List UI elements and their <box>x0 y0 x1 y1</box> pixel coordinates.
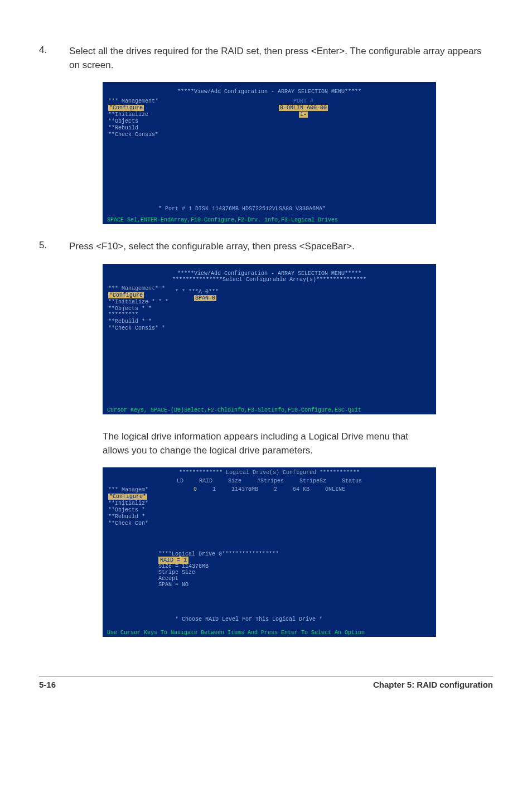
dat-ld: 0 <box>194 486 197 492</box>
dat-stripes: 2 <box>274 486 277 492</box>
s3-rebuild: **Rebuild * <box>108 514 148 520</box>
step4-number: 4. <box>39 45 69 72</box>
s1-title: *****View/Add Configuration - ARRAY SELE… <box>103 82 436 95</box>
follow-text: The logical drive information appears in… <box>103 430 436 457</box>
s2-hint: Cursor Keys, SPACE-(De)Select,F2-ChldInf… <box>107 407 361 413</box>
s3-header: ************* Logical Drive(s) Configure… <box>103 467 436 476</box>
col-raid: RAID <box>199 478 212 484</box>
bios-screenshot-3: ************* Logical Drive(s) Configure… <box>103 467 436 637</box>
footer-page-number: 5-16 <box>39 680 56 689</box>
s1-disk-text: * Port # 1 DISK 114376MB HDS722512VLSA80… <box>158 206 326 212</box>
s2-initialize: **Initialize * * * <box>108 299 171 305</box>
s3-columns: LD RAID Size #Stripes StripeSz Status <box>103 478 436 484</box>
col-size: Size <box>228 478 241 484</box>
s3-choose: * Choose RAID Level For This Logical Dri… <box>175 616 322 622</box>
s2-span0: SPAN-0 <box>194 295 216 301</box>
s2-check: **Check Consis* * <box>108 325 171 331</box>
bios-screenshot-1: *****View/Add Configuration - ARRAY SELE… <box>103 82 436 224</box>
s1-management: *** Management* <box>108 98 171 104</box>
col-ld: LD <box>177 478 183 484</box>
page-footer: 5-16 Chapter 5: RAID configuration <box>39 676 493 689</box>
s3-span-line: SPAN = NO <box>158 582 279 588</box>
s1-hint: SPACE-Sel,ENTER-EndArray,F10-Configure,F… <box>107 217 338 223</box>
s1-objects: **Objects <box>108 118 171 124</box>
col-stripes: #Stripes <box>257 478 284 484</box>
s2-management: *** Management* * <box>108 286 171 292</box>
dat-stripesz: 64 KB <box>293 486 309 492</box>
s2-title1: *****View/Add Configuration - ARRAY SELE… <box>103 264 436 277</box>
s3-size-line: Size = 114376MB <box>158 563 279 569</box>
s1-port-title: PORT # <box>248 98 359 104</box>
s2-menu: *** Management* * *Configure **Initializ… <box>108 285 171 332</box>
s3-accept-line: Accept <box>158 576 279 582</box>
s3-objects: **Objects * <box>108 507 148 513</box>
step5-number: 5. <box>39 240 69 254</box>
s1-rebuild: **Rebuild <box>108 125 171 131</box>
s3-logical-drive-box: ****Logical Drive 0***************** RAI… <box>158 551 279 588</box>
s3-menu: *** Managem* *Configure* **Initializ* **… <box>108 486 148 527</box>
s1-port-row1: 0-ONLIN A00-00 <box>279 105 328 111</box>
step5-text: Press <F10>, select the configurable arr… <box>69 240 493 254</box>
s2-title2: ***************Select Configurable Array… <box>103 277 436 283</box>
s2-a0: * * ***A-0*** <box>175 289 219 295</box>
s3-hint: Use Cursor Keys To Navigate Between Item… <box>107 630 365 636</box>
s3-check: **Check Con* <box>108 520 148 526</box>
s1-check: **Check Consis* <box>108 132 171 138</box>
dat-raid: 1 <box>212 486 216 492</box>
s2-rebuild: **Rebuild * * <box>108 318 171 325</box>
s2-objects: **Objects * * ********* <box>108 306 171 318</box>
col-stripesz: StripeSz <box>299 478 326 484</box>
s1-initialize: **Initialize <box>108 112 171 118</box>
s1-port-row2: 1- <box>299 112 308 118</box>
dat-status: ONLINE <box>325 486 345 492</box>
s1-port-box: PORT # 0-ONLIN A00-00 1- <box>248 98 359 118</box>
step4-text: Select all the drives required for the R… <box>69 45 493 72</box>
s3-stripe-line: Stripe Size <box>158 569 279 576</box>
s3-initialize: **Initializ* <box>108 500 148 506</box>
step-5: 5. Press <F10>, select the configurable … <box>39 240 493 254</box>
bios-screenshot-2: *****View/Add Configuration - ARRAY SELE… <box>103 264 436 414</box>
s2-configure: *Configure <box>108 292 144 298</box>
footer-chapter: Chapter 5: RAID configuration <box>373 680 493 689</box>
s3-management: *** Managem* <box>108 487 148 493</box>
s2-a0-row: * * ***A-0*** SPAN-0 <box>175 289 219 301</box>
s1-configure: *Configure <box>108 105 144 111</box>
step-4: 4. Select all the drives required for th… <box>39 45 493 72</box>
s3-data-row: 0 1 114376MB 2 64 KB ONLINE <box>103 486 436 492</box>
s1-menu: *** Management* *Configure **Initialize … <box>108 98 171 138</box>
s1-disk-line: * Port # 1 DISK 114376MB HDS722512VLSA80… <box>158 206 326 212</box>
dat-size: 114376MB <box>231 486 258 492</box>
col-status: Status <box>342 478 362 484</box>
s3-configure: *Configure* <box>108 494 147 500</box>
